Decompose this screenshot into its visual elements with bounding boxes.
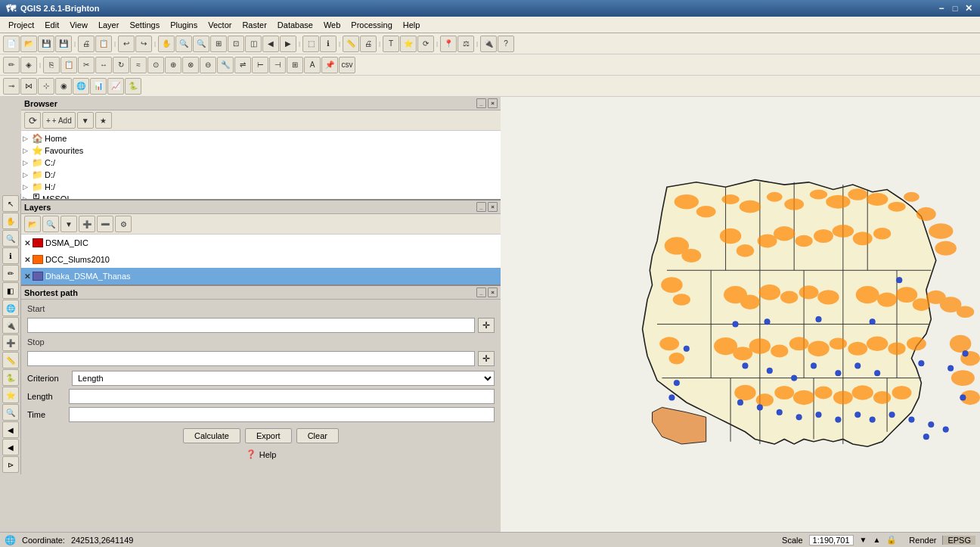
zoom-layer-btn[interactable]: ⊡ (228, 36, 244, 52)
layer-item-dsma-dic[interactable]: ✕ DSMA_DIC (21, 235, 501, 251)
refresh-btn[interactable]: ⟳ (417, 36, 434, 52)
zoom-selection-btn[interactable]: ◫ (245, 36, 262, 52)
save-as-btn[interactable]: 💾 (55, 36, 72, 52)
reshape-btn[interactable]: 🔧 (217, 57, 234, 73)
wms-btn[interactable]: 🌐 (73, 78, 89, 95)
pan-tool[interactable]: ✋ (2, 213, 19, 229)
csv-btn[interactable]: csv (339, 57, 355, 73)
new-project-btn[interactable]: 📄 (3, 36, 20, 52)
tree-item-home[interactable]: ▷ 🏠 Home (23, 132, 499, 145)
layer-item-dhaka-thanas[interactable]: ✕ Dhaka_DSMA_Thanas (21, 268, 501, 284)
sp-help-row[interactable]: ❓ Help (27, 449, 495, 459)
menu-layer[interactable]: Layer (93, 19, 125, 31)
menu-raster[interactable]: Raster (237, 19, 271, 31)
coord-box-btn[interactable]: 📍 (440, 36, 457, 52)
layer-checkbox[interactable]: ✕ (24, 239, 30, 247)
menu-processing[interactable]: Processing (346, 19, 397, 31)
map-area[interactable] (501, 97, 980, 532)
select-btn[interactable]: ⬚ (302, 36, 319, 52)
time-input[interactable] (69, 407, 495, 422)
browser-refresh-btn[interactable]: ⟳ (24, 112, 41, 129)
nav2-tool[interactable]: ◀ (2, 439, 19, 455)
identify-btn[interactable]: ℹ (320, 36, 336, 52)
clear-btn[interactable]: Clear (296, 428, 339, 443)
minimize-btn[interactable]: − (936, 3, 947, 14)
move-feature-btn[interactable]: ↔ (95, 57, 112, 73)
criterion-select[interactable]: Length (72, 371, 495, 386)
menu-help[interactable]: Help (398, 19, 426, 31)
tree-item-mssql[interactable]: ▷ 🗄 MSSQL (23, 193, 499, 199)
calculate-btn[interactable]: Calculate (183, 428, 240, 443)
delete-ring-btn[interactable]: ⊗ (182, 57, 199, 73)
delete-selected-btn[interactable]: ✂ (78, 57, 95, 73)
open-layer-btn[interactable]: 📂 (24, 216, 41, 232)
undo-btn[interactable]: ↩ (118, 36, 135, 52)
tree-item-h[interactable]: ▷ 📁 H:/ (23, 181, 499, 193)
save-btn[interactable]: 💾 (38, 36, 54, 52)
zoom-next-btn[interactable]: ▶ (280, 36, 296, 52)
tree-item-d[interactable]: ▷ 📁 D:/ (23, 169, 499, 181)
help2-btn[interactable]: ? (498, 36, 514, 52)
stats-btn[interactable]: 📈 (107, 78, 124, 95)
layer-checkbox[interactable]: ✕ (24, 256, 30, 264)
tree-item-c[interactable]: ▷ 📁 C:/ (23, 157, 499, 169)
menu-vector[interactable]: Vector (203, 19, 237, 31)
nav-tool[interactable]: ◀ (2, 421, 19, 438)
sp-close-btn[interactable]: × (488, 287, 498, 297)
layer-filter-btn[interactable]: 🔍 (42, 216, 59, 232)
zoom-full-btn[interactable]: ⊞ (210, 36, 227, 52)
offset-btn[interactable]: ⇌ (234, 57, 251, 73)
depart-tool[interactable]: ⊳ (2, 456, 19, 473)
add-layer-tool[interactable]: ➕ (2, 334, 19, 351)
split2-btn[interactable]: ⊣ (269, 57, 286, 73)
pan-btn[interactable]: ✋ (158, 36, 175, 52)
menu-project[interactable]: Project (3, 19, 39, 31)
measure-line-tool[interactable]: 📏 (2, 352, 19, 368)
menu-plugins[interactable]: Plugins (165, 19, 203, 31)
browser-add-btn[interactable]: + + Add (42, 112, 76, 129)
identify-tool[interactable]: ℹ (2, 247, 19, 264)
redo-btn[interactable]: ↪ (135, 36, 152, 52)
browser-close-btn[interactable]: × (488, 98, 498, 108)
table-btn[interactable]: 📊 (90, 78, 107, 95)
scale-box-btn[interactable]: ⚖ (457, 36, 474, 52)
stop-crosshair-btn[interactable]: ✛ (478, 351, 495, 366)
stop-input[interactable] (27, 351, 475, 366)
start-crosshair-btn[interactable]: ✛ (478, 318, 495, 333)
copy-features-btn[interactable]: ⎘ (43, 57, 60, 73)
python-tool[interactable]: 🐍 (2, 369, 19, 386)
browser-minimize-btn[interactable]: _ (476, 98, 486, 108)
menu-database[interactable]: Database (272, 19, 318, 31)
python-btn[interactable]: 🐍 (125, 78, 141, 95)
plugin-tool[interactable]: 🔌 (2, 317, 19, 334)
bookmark-tool[interactable]: ⭐ (2, 387, 19, 403)
print-composer-btn[interactable]: 📋 (95, 36, 112, 52)
layer-item-dcc-slums[interactable]: ✕ DCC_Slums2010 (21, 251, 501, 268)
browser-favorite-btn[interactable]: ★ (95, 112, 112, 129)
delete-part-btn[interactable]: ⊖ (200, 57, 216, 73)
tree-item-favourites[interactable]: ▷ ⭐ Favourites (23, 145, 499, 157)
menu-settings[interactable]: Settings (124, 19, 165, 31)
layer-filter2-btn[interactable]: ▼ (60, 216, 77, 232)
merge-btn[interactable]: ⊞ (287, 57, 303, 73)
zoom-out-btn[interactable]: 🔍 (193, 36, 209, 52)
edit-tool[interactable]: ✏ (2, 265, 19, 281)
digitize-btn[interactable]: ✏ (3, 57, 20, 73)
layer-remove-btn[interactable]: ➖ (97, 216, 113, 232)
layers-close-btn[interactable]: × (488, 202, 498, 212)
split-btn[interactable]: ⊢ (252, 57, 268, 73)
simplify-btn[interactable]: ≈ (130, 57, 147, 73)
close-btn[interactable]: ✕ (963, 3, 974, 14)
layer-checkbox[interactable]: ✕ (24, 272, 30, 281)
layer-options-btn[interactable]: ⚙ (115, 216, 132, 232)
start-input[interactable] (27, 318, 475, 333)
zoom-in-btn[interactable]: 🔍 (175, 36, 192, 52)
measure-btn[interactable]: 📏 (343, 36, 359, 52)
network-tool[interactable]: 🌐 (2, 300, 19, 316)
search-tool[interactable]: 🔍 (2, 404, 19, 421)
layer-add-btn[interactable]: ➕ (79, 216, 95, 232)
menu-edit[interactable]: Edit (39, 19, 64, 31)
bookmarks-btn[interactable]: ⭐ (400, 36, 417, 52)
rotate-feature-btn[interactable]: ↻ (113, 57, 129, 73)
plugins-btn[interactable]: 🔌 (480, 36, 497, 52)
